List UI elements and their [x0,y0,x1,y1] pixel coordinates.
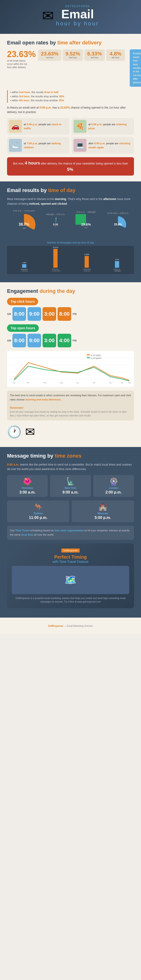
bath-icon: 🛁 [9,139,22,152]
footer-brand: GetResponse — Email Marketing Solution [7,622,134,630]
stat-box-1: 23.63% 1st hour [38,49,61,61]
stat-box-4: 4.8% 4th hour [106,49,125,61]
scenario-700pm: 🛁 at 7:00 p.m. people are bathing childr… [7,137,69,154]
line-chart-wrap: % of clicks % of opens 6a 8a 10a 12p 2p … [7,351,134,387]
best-time-box: The best time to send emails is when cus… [7,391,134,420]
stat-value-2: 9.52% [66,51,80,56]
bar-midnight: 1.8% Midnight– 6:00 a.m. [20,262,29,272]
newyork-city: New York [52,487,89,489]
bar-midnight-val: 1.8% [22,262,26,263]
svg-text:4p: 4p [93,382,95,384]
newyork-icon: 🗽 [52,477,89,485]
click-hour-4: 8:00 [57,307,71,321]
honolulu-city: Honolulu [9,487,46,489]
timezone-section: Message timing by time zones 9:00 a.m. s… [0,447,141,617]
stat-label-2: 2nd hour [66,56,80,59]
open-rates-section: Email open rates by time after delivery … [0,34,141,181]
bar-noon: 6.25% 12:00 noon– 6:00 p.m. [83,254,91,272]
moscow-city: Moscow [74,512,132,515]
bar-6pm: 3.2% 6:00 p.m.– Midnight [113,259,121,272]
bar-6pm-bar [115,261,119,268]
scenario-500pm: 🚗 at 5:00 p.m. people are stuck in traff… [7,118,69,135]
stat-box-3: 6.33% 3rd hour [84,49,105,61]
click-am-label: AM [7,313,11,315]
svg-text:2p: 2p [77,382,79,384]
stat-label-1: 1st hour [41,56,59,59]
traffic-icon: 🚗 [9,120,22,133]
footer-section: GetResponse — Email Marketing Solution [0,617,141,634]
use-timetravel-text: Use Time Travel scheduling based on time… [7,526,134,539]
drop-info: • within 2nd hour, the results drop to h… [7,90,134,103]
svg-text:38.7%: 38.7% [19,222,29,226]
sydney-city: Sydney [9,512,67,515]
laptop-icon: 💻 [74,139,87,152]
bar-midnight-time: Midnight– 6:00 a.m. [20,268,29,272]
svg-text:% of clicks: % of clicks [91,354,101,356]
sydney-icon: 🦘 [9,503,67,511]
clock-icon: 🕐 [7,425,22,439]
scenario-700pm-text: at 7:00 p.m. people are bathing children [24,142,67,149]
newyork-time: 9:00 a.m. [52,490,89,495]
open-rates-title: Email open rates by time after delivery [7,40,134,46]
stats-row: 23.63% of all email opens occur within t… [7,49,134,87]
chance-box: But now, 4 hours after delivery, the cha… [7,157,134,175]
open-hour-3: 3:00 [43,334,56,347]
london-time: 2:00 p.m. [95,490,132,495]
stat-box-2: 9.52% 2nd hour [63,49,83,61]
svg-text:PM: PM [85,227,87,229]
click-hours-boxes: AM 8:00 9:00 3:00 8:00 PM [7,307,134,321]
perfect-timing-title: Perfect Timing [12,554,129,560]
pie-row: 6:00 a.m. – 12:00 noon 38.7% AM Midnight… [7,210,134,236]
timezone-bottom-grid: 🦘 Sydney 11:00 p.m. 🏰 Moscow 5:00 p.m. [7,500,134,522]
num-messages-label: Number of messages sent by time of day [7,241,134,244]
open-hours-boxes: AM 8:00 9:00 3:00 4:00 PM [7,334,134,347]
click-hour-2: 9:00 [27,307,41,321]
pie-midnight-time: Midnight – 6:00 a.m. [46,213,65,215]
bar-6pm-val: 3.2% [115,259,119,260]
bar-noon-bar [85,256,89,268]
perfect-timing-subtitle: with Time Travel Feature [12,560,129,563]
moscow-time: 5:00 p.m. [74,515,132,520]
tz-newyork: 🗽 New York 9:00 a.m. [50,475,91,497]
open-hours-section: Top open hours AM 8:00 9:00 3:00 4:00 PM [7,324,134,347]
pie-noon-time: 12:00 noon – 6:00 p.m. [107,212,129,214]
london-city: London [95,487,132,489]
pie-am: 6:00 a.m. – 12:00 noon 38.7% AM [12,210,36,236]
pie-noon-chart: 25.8% [109,215,127,234]
timezone-intro: 9:00 a.m. seems like the perfect time to… [7,463,134,471]
svg-text:%: % [55,226,56,228]
timezone-title: Message timing by time zones [7,453,134,459]
bar-chart: 1.8% Midnight– 6:00 a.m. 10.61% 6:00 a.m… [10,248,131,272]
time-of-day-section: Email results by time of day Most messag… [0,181,141,282]
pie-midnight-chart: 5.91 % [48,216,64,233]
tz-london: 🎡 London 2:00 p.m. [93,475,134,497]
svg-text:AM: AM [22,227,25,229]
line-chart: % of clicks % of opens 6a 8a 10a 12p 2p … [10,353,131,384]
svg-text:6a: 6a [13,382,15,384]
svg-text:% of opens: % of opens [91,357,101,360]
pie-pm-time: 6:00 p.m. – Midnight [75,211,97,213]
svg-text:8p: 8p [121,382,124,384]
click-hour-3: 3:00 [43,307,56,321]
main-stat-desc: of all email opens occur within the 1st … [7,59,28,69]
svg-rect-15 [87,355,90,355]
sydney-time: 11:00 p.m. [9,515,67,520]
time-of-day-intro: Most messages land in inboxes in the mor… [7,197,134,206]
bar-6am: 10.61% 6:00 a.m.– 12:00 noon [51,247,60,272]
bar-noon-time: 12:00 noon– 6:00 p.m. [83,268,91,272]
svg-text:10a: 10a [43,382,46,384]
theory-text: In theory an email sent at 5:00 p.m. has… [7,105,134,115]
moscow-icon: 🏰 [74,503,132,511]
engagement-section: Engagement during the day Top click hour… [0,282,141,447]
open-hour-1: 8:00 [13,334,26,347]
header-subtitle: hour by hour [56,20,99,27]
bar-6am-val: 10.61% [53,247,59,248]
pie-midnight: Midnight – 6:00 a.m. 5.91 % [46,213,65,233]
honolulu-time: 3:00 a.m. [9,490,46,495]
perfect-timing-footer: GetResponse is a powerful email marketin… [12,597,129,603]
pie-noon: 12:00 noon – 6:00 p.m. 25.8% [107,212,129,234]
open-hour-4: 4:00 [57,334,71,347]
perfect-timing-card: GetResponse Perfect Timing with Time Tra… [7,543,134,608]
honolulu-icon: 🌺 [9,477,46,485]
pizza-icon: 🍕 [74,120,87,133]
